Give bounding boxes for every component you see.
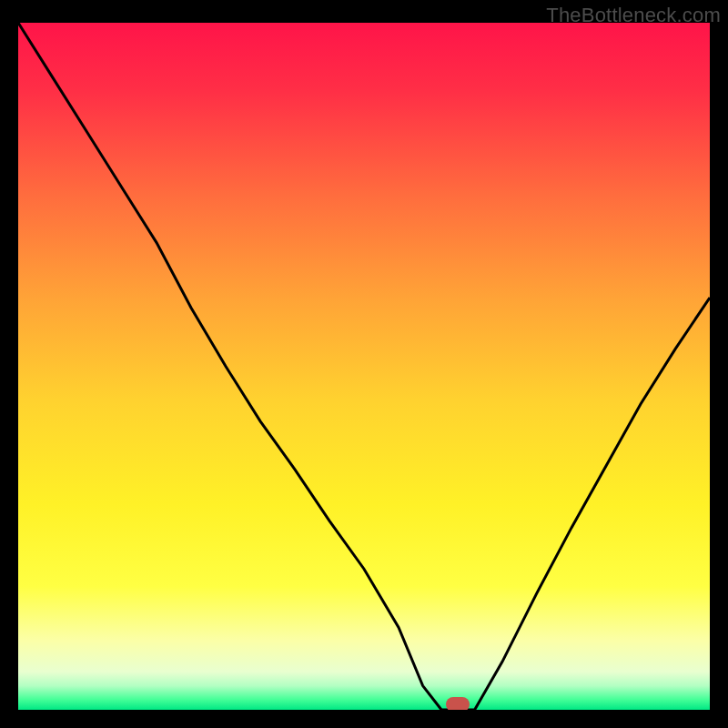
bottleneck-curve — [18, 23, 710, 710]
plot-area — [18, 23, 710, 710]
curve-path — [18, 23, 710, 710]
chart-frame: TheBottleneck.com — [0, 0, 728, 728]
optimal-point-marker — [446, 697, 470, 710]
watermark-text: TheBottleneck.com — [546, 4, 721, 27]
